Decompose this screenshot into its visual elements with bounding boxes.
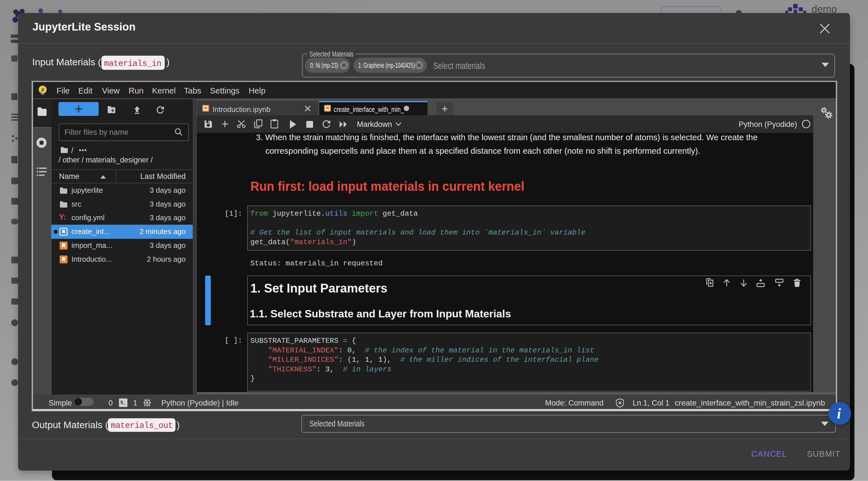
svg-text:$_: $_ bbox=[120, 400, 126, 405]
